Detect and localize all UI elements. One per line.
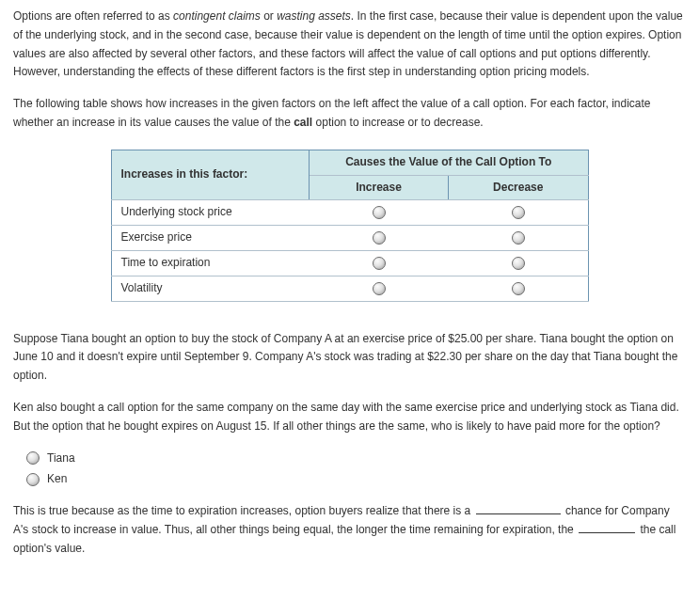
scenario-ken: Ken also bought a call option for the sa…	[13, 399, 686, 436]
factor-label: Volatility	[111, 276, 310, 301]
choice-row-ken[interactable]: Ken	[26, 470, 686, 489]
intro-text-2: or	[261, 9, 277, 23]
table-row: Exercise price	[111, 226, 588, 251]
fill-blank-1[interactable]	[476, 503, 561, 514]
term-wasting-assets: wasting assets	[277, 9, 351, 23]
radio-increase[interactable]	[373, 282, 386, 295]
choice-row-tiana[interactable]: Tiana	[26, 450, 686, 468]
table-lead-paragraph: The following table shows how increases …	[13, 95, 686, 133]
factors-table-wrap: Increases in this factor: Causes the Val…	[13, 150, 686, 302]
intro-text-1: Options are often referred to as	[13, 9, 173, 23]
choice-label-tiana: Tiana	[47, 450, 75, 468]
fill-blank-2[interactable]	[579, 522, 635, 533]
radio-increase[interactable]	[373, 206, 386, 219]
table-row: Time to expiration	[111, 250, 588, 276]
scenario-tiana: Suppose Tiana bought an option to buy th…	[13, 330, 686, 386]
table-row: Underlying stock price	[111, 200, 588, 226]
lead-bold-call: call	[294, 116, 312, 129]
radio-increase[interactable]	[373, 257, 386, 270]
factor-label: Time to expiration	[111, 250, 310, 276]
radio-decrease[interactable]	[512, 282, 525, 295]
table-row: Volatility	[111, 276, 588, 301]
col-header-factor: Increases in this factor:	[111, 150, 310, 200]
factor-label: Exercise price	[111, 226, 310, 251]
radio-decrease[interactable]	[512, 206, 525, 219]
closing-text-1: This is true because as the time to expi…	[13, 504, 474, 517]
radio-tiana[interactable]	[26, 451, 40, 465]
choice-label-ken: Ken	[47, 470, 67, 489]
term-contingent-claims: contingent claims	[173, 9, 261, 23]
factor-label: Underlying stock price	[111, 200, 310, 226]
factors-table: Increases in this factor: Causes the Val…	[111, 150, 589, 302]
radio-increase[interactable]	[373, 231, 386, 245]
radio-decrease[interactable]	[512, 257, 525, 270]
col-header-decrease: Decrease	[449, 175, 589, 200]
closing-paragraph: This is true because as the time to expi…	[13, 502, 686, 558]
who-paid-more-choices: Tiana Ken	[26, 450, 686, 490]
radio-ken[interactable]	[26, 473, 40, 486]
col-header-increase: Increase	[310, 175, 449, 200]
lead-text-2: option to increase or to decrease.	[312, 116, 483, 129]
intro-paragraph: Options are often referred to as conting…	[13, 8, 686, 82]
radio-decrease[interactable]	[512, 231, 525, 245]
col-header-span: Causes the Value of the Call Option To	[310, 150, 589, 175]
